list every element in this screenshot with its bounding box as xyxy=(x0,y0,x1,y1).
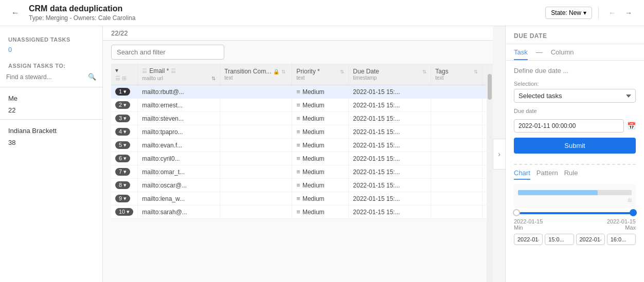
tab-column[interactable]: Column xyxy=(551,48,574,60)
row-tags xyxy=(431,125,482,139)
table-row[interactable]: 10 ▾ mailto:sarah@... ≡Medium 2022-01-15… xyxy=(111,205,487,219)
row-tags xyxy=(431,99,482,112)
sidebar-divider-2 xyxy=(0,119,102,120)
duedate-sort-icon[interactable]: ⇅ xyxy=(422,69,426,74)
range-thumb-left[interactable] xyxy=(513,209,520,216)
record-count: 22/22 xyxy=(111,29,128,37)
table-row[interactable]: 7 ▾ mailto:omar_t... ≡Medium 2022-01-15 … xyxy=(111,165,487,179)
email-col-type: mailto url xyxy=(142,76,163,81)
row-num-cell: 6 ▾ xyxy=(111,152,138,165)
scrollbar-thumb xyxy=(488,74,492,100)
table-row[interactable]: 1 ▾ mailto:rbutt@... ≡Medium 2022-01-15 … xyxy=(111,85,487,99)
chart-grid-icon: ⊞ xyxy=(628,197,632,203)
expand-all-icon[interactable]: ▾ xyxy=(115,67,118,74)
table-row[interactable]: 9 ▾ mailto:lena_w... ≡Medium 2022-01-15 … xyxy=(111,192,487,205)
task-table-container[interactable]: ▾ ☰ ⊞ xyxy=(111,64,487,282)
priority-col-label: Priority * xyxy=(296,68,319,75)
row-duedate: 2022-01-15 15:... xyxy=(349,139,431,152)
row-num-cell: 10 ▾ xyxy=(111,205,138,219)
row-badge[interactable]: 7 ▾ xyxy=(115,168,130,176)
table-row[interactable]: 5 ▾ mailto:evan.f... ≡Medium 2022-01-15 … xyxy=(111,139,487,152)
nav-prev-button[interactable]: ← xyxy=(605,6,619,20)
range-time-max-input[interactable] xyxy=(607,234,636,245)
priority-sort-icon[interactable]: ⇅ xyxy=(340,69,344,74)
range-max-text: Max xyxy=(625,224,636,231)
row-badge[interactable]: 10 ▾ xyxy=(115,208,133,216)
row-transition xyxy=(220,85,292,99)
table-row[interactable]: 6 ▾ mailto:cyril0... ≡Medium 2022-01-15 … xyxy=(111,152,487,165)
right-panel-body: Define due date ... Selection: Selected … xyxy=(506,61,644,282)
row-badge[interactable]: 8 ▾ xyxy=(115,181,130,189)
range-date-max-input[interactable] xyxy=(576,234,605,245)
email-sort-icon[interactable]: ⇅ xyxy=(211,76,216,81)
chart-tab-rule[interactable]: Rule xyxy=(564,169,578,180)
row-duedate: 2022-01-15 15:... xyxy=(349,85,431,99)
range-track xyxy=(514,212,636,214)
selection-dropdown[interactable]: Selected tasks All tasks Current task xyxy=(514,89,636,103)
row-score xyxy=(482,165,487,179)
col-menu-icon[interactable]: ☰ xyxy=(142,68,147,74)
chart-tab-pattern[interactable]: Pattern xyxy=(536,169,558,180)
tags-sort-icon[interactable]: ⇅ xyxy=(474,69,478,74)
transition-sort-icon[interactable]: ⇅ xyxy=(281,69,285,74)
row-badge[interactable]: 4 ▾ xyxy=(115,128,130,136)
row-email: mailto:lena_w... xyxy=(138,192,220,205)
col-menu-icon[interactable]: ☰ xyxy=(115,75,120,82)
indiana-count: 38 xyxy=(0,138,102,147)
row-badge[interactable]: 3 ▾ xyxy=(115,115,130,122)
panel-collapse-button[interactable]: › xyxy=(493,139,505,170)
due-date-label: Due date xyxy=(514,108,537,114)
state-button[interactable]: State: New ▾ xyxy=(545,7,592,19)
right-panel-tabs: Task — Column xyxy=(506,44,644,61)
row-tags xyxy=(431,205,482,219)
row-email: mailto:ernest... xyxy=(138,99,220,112)
row-badge[interactable]: 9 ▾ xyxy=(115,195,130,202)
row-duedate: 2022-01-15 15:... xyxy=(349,125,431,139)
col-grid-icon[interactable]: ⊞ xyxy=(122,75,127,82)
find-steward-input[interactable] xyxy=(6,73,88,81)
table-row[interactable]: 3 ▾ mailto:steven... ≡Medium 2022-01-15 … xyxy=(111,112,487,125)
me-label: Me xyxy=(8,95,94,102)
row-priority: ≡Medium xyxy=(292,205,349,219)
row-num-cell: 3 ▾ xyxy=(111,112,138,125)
row-num-cell: 4 ▾ xyxy=(111,125,138,139)
back-button[interactable]: ← xyxy=(8,6,23,20)
email-filter-icon[interactable]: ☰ xyxy=(171,68,176,74)
row-priority: ≡Medium xyxy=(292,165,349,179)
chart-tab-chart[interactable]: Chart xyxy=(514,169,530,180)
calendar-icon[interactable]: 📅 xyxy=(627,122,636,130)
range-labels: 2022-01-15 2022-01-15 xyxy=(514,218,636,224)
unassigned-count[interactable]: 0 xyxy=(0,45,102,54)
range-max-label: 2022-01-15 xyxy=(607,218,636,224)
nav-next-button[interactable]: → xyxy=(621,6,636,20)
row-badge[interactable]: 1 ▾ xyxy=(115,88,130,96)
row-email: mailto:oscar@... xyxy=(138,179,220,192)
row-badge[interactable]: 2 ▾ xyxy=(115,101,130,109)
row-badge[interactable]: 6 ▾ xyxy=(115,155,130,162)
table-row[interactable]: 4 ▾ mailto:tpapro... ≡Medium 2022-01-15 … xyxy=(111,125,487,139)
find-steward-search[interactable]: 🔍 xyxy=(0,71,102,83)
row-email: mailto:omar_t... xyxy=(138,165,220,179)
tab-task[interactable]: Task xyxy=(514,48,528,60)
duedate-col-label: Due Date xyxy=(353,68,379,75)
row-badge[interactable]: 5 ▾ xyxy=(115,141,130,149)
row-score xyxy=(482,179,487,192)
app-body: UNASSIGNED TASKS 0 ASSIGN TASKS TO: 🔍 Me… xyxy=(0,26,644,282)
submit-button[interactable]: Submit xyxy=(514,138,636,154)
search-input[interactable] xyxy=(111,45,224,60)
transition-lock-icon: 🔒 xyxy=(273,69,279,74)
row-transition xyxy=(220,99,292,112)
range-time-min-input[interactable] xyxy=(545,234,574,245)
table-row[interactable]: 2 ▾ mailto:ernest... ≡Medium 2022-01-15 … xyxy=(111,99,487,112)
row-score xyxy=(482,192,487,205)
row-num-cell: 1 ▾ xyxy=(111,85,138,99)
due-date-input[interactable] xyxy=(514,119,624,133)
range-slider[interactable]: 2022-01-15 2022-01-15 Min Max xyxy=(514,212,636,245)
table-row[interactable]: 8 ▾ mailto:oscar@... ≡Medium 2022-01-15 … xyxy=(111,179,487,192)
chart-grid-icon-row: ⊞ xyxy=(518,197,632,203)
table-scrollbar[interactable] xyxy=(487,64,493,282)
range-thumb-right[interactable] xyxy=(630,209,637,216)
search-icon[interactable]: 🔍 xyxy=(88,73,96,81)
range-date-min-input[interactable] xyxy=(514,234,543,245)
row-duedate: 2022-01-15 15:... xyxy=(349,165,431,179)
